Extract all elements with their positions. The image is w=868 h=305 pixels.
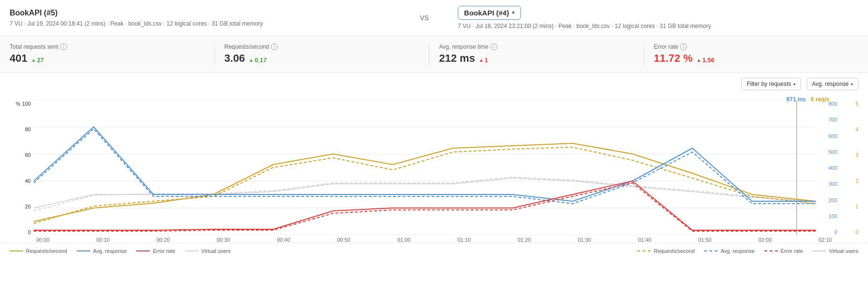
- run-selector-dropdown[interactable]: BookAPI (#4) ▾: [458, 6, 521, 20]
- legend-right: Requests/second Avg. response Error rate…: [439, 248, 859, 254]
- legend-line-vusers-dashed: [813, 250, 826, 251]
- metric-delta-error-rate: ▲ 1.56: [696, 56, 714, 64]
- info-icon-error-rate[interactable]: i: [680, 43, 687, 50]
- metrics-bar: Total requests sent i 401 ▲ 27 Requests/…: [0, 36, 868, 73]
- avg-label: Avg. response: [812, 81, 849, 87]
- avg-chevron-icon: ▾: [851, 82, 853, 87]
- legend-label-rps-solid: Requests/second: [26, 248, 67, 254]
- right-run-info: BookAPI (#4) ▾ 7 VU · Jul 18, 2024 23:21…: [439, 6, 858, 29]
- metric-delta-requests: ▲ 27: [31, 56, 44, 64]
- left-run-title: BookAPI (#5): [10, 9, 410, 17]
- left-run-info: BookAPI (#5) 7 VU · Jul 19, 2024 00:18:4…: [10, 9, 410, 27]
- legend-label-avg-solid: Avg. response: [93, 248, 127, 254]
- y-axis-right-rps: 5 4 3 2 1 0: [839, 100, 858, 235]
- vs-label: VS: [420, 14, 429, 22]
- legend-item-vusers-dashed: Virtual users: [813, 248, 858, 254]
- legend-item-vusers-solid: Virtual users: [185, 248, 231, 254]
- chart-controls: Filter by requests ▾ Avg. response ▾: [0, 73, 868, 95]
- metric-delta-avg-response: ▲ 1: [479, 56, 488, 64]
- legend-line-error-dashed: [764, 250, 778, 251]
- legend-left: Requests/second Avg. response Error rate…: [10, 248, 429, 254]
- legend-label-rps-dashed: Requests/second: [654, 248, 694, 254]
- filter-label: Filter by requests: [747, 81, 791, 87]
- chevron-down-icon: ▾: [512, 10, 515, 16]
- legend-label-vusers-dashed: Virtual users: [829, 248, 858, 254]
- metric-value-avg-response: 212 ms: [439, 52, 475, 65]
- legend-line-avg-solid: [77, 250, 90, 251]
- info-icon-requests[interactable]: i: [60, 43, 67, 50]
- legend-bar: Requests/second Avg. response Error rate…: [0, 243, 868, 259]
- filter-chevron-icon: ▾: [793, 82, 796, 87]
- y-axis-right-ms: 800 700 600 500 400 300 200 100 0: [816, 100, 839, 235]
- avg-response-btn[interactable]: Avg. response ▾: [807, 78, 859, 90]
- legend-line-vusers-solid: [185, 250, 199, 251]
- chart-area: 971 ms 6 req/s % 100 80 60 40 20 0: [0, 95, 868, 243]
- legend-line-rps-dashed: [637, 250, 651, 251]
- legend-item-error-solid: Error rate: [136, 248, 175, 254]
- metric-total-requests: Total requests sent i 401 ▲ 27: [10, 43, 215, 65]
- legend-line-error-solid: [136, 250, 150, 251]
- legend-item-rps-dashed: Requests/second: [637, 248, 694, 254]
- metric-value-rps: 3.06: [225, 52, 245, 65]
- x-axis: 00:00 00:10 00:20 00:30 00:40 00:50 01:0…: [10, 235, 858, 243]
- legend-label-error-solid: Error rate: [153, 248, 175, 254]
- top-bar: BookAPI (#5) 7 VU · Jul 19, 2024 00:18:4…: [0, 0, 868, 36]
- legend-item-avg-dashed: Avg. response: [704, 248, 754, 254]
- right-run-title: BookAPI (#4): [464, 9, 509, 17]
- filter-by-requests-btn[interactable]: Filter by requests ▾: [741, 78, 801, 90]
- metric-avg-response: Avg. response time i 212 ms ▲ 1: [429, 43, 644, 65]
- metric-error-rate: Error rate i 11.72 % ▲ 1.56: [644, 43, 859, 65]
- legend-item-rps-solid: Requests/second: [10, 248, 67, 254]
- info-icon-rps[interactable]: i: [271, 43, 278, 50]
- legend-label-vusers-solid: Virtual users: [201, 248, 231, 254]
- metric-label-total-requests: Total requests sent i: [10, 43, 205, 50]
- legend-label-avg-dashed: Avg. response: [721, 248, 754, 254]
- metric-label-error-rate: Error rate i: [654, 43, 849, 50]
- legend-item-avg-solid: Avg. response: [77, 248, 127, 254]
- metric-value-error-rate: 11.72 %: [654, 52, 693, 65]
- metric-label-rps: Requests/second i: [225, 43, 420, 50]
- legend-line-rps-solid: [10, 250, 23, 251]
- metric-value-requests: 401: [10, 52, 27, 65]
- legend-item-error-dashed: Error rate: [764, 248, 803, 254]
- metric-rps: Requests/second i 3.06 ▲ 0.17: [215, 43, 430, 65]
- legend-label-error-dashed: Error rate: [781, 248, 803, 254]
- metric-delta-rps: ▲ 0.17: [249, 56, 267, 64]
- right-run-meta: 7 VU · Jul 18, 2024 23:21:00 (2 mins) · …: [458, 23, 858, 29]
- legend-line-avg-dashed: [704, 250, 718, 251]
- info-icon-avg-response[interactable]: i: [491, 43, 497, 50]
- metric-label-avg-response: Avg. response time i: [439, 43, 634, 50]
- left-run-meta: 7 VU · Jul 19, 2024 00:18:41 (2 mins) · …: [10, 20, 410, 27]
- main-chart-svg: [34, 100, 816, 235]
- y-axis-left: % 100 80 60 40 20 0: [10, 100, 34, 235]
